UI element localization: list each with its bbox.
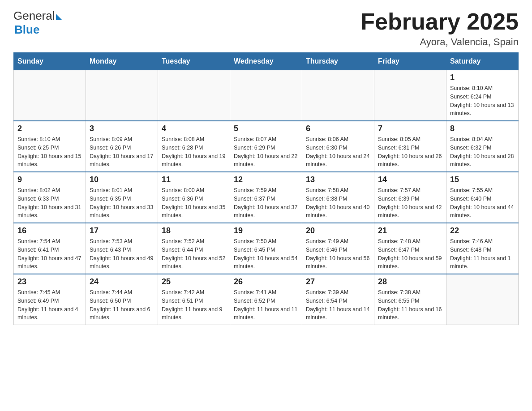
day-of-week-header: Sunday: [14, 53, 86, 70]
day-number: 14: [378, 175, 442, 184]
day-number: 11: [162, 175, 226, 184]
day-number: 4: [162, 124, 226, 133]
day-of-week-header: Saturday: [446, 53, 519, 70]
day-info: Sunrise: 7:44 AMSunset: 6:50 PMDaylight:…: [90, 288, 154, 322]
day-number: 25: [162, 277, 226, 287]
day-of-week-header: Wednesday: [230, 53, 302, 70]
calendar-cell: [302, 70, 374, 121]
calendar-cell: [158, 70, 230, 121]
calendar-cell: 14Sunrise: 7:57 AMSunset: 6:39 PMDayligh…: [374, 172, 446, 223]
day-info: Sunrise: 7:58 AMSunset: 6:38 PMDaylight:…: [306, 186, 370, 220]
day-info: Sunrise: 7:39 AMSunset: 6:54 PMDaylight:…: [306, 288, 370, 322]
day-info: Sunrise: 7:49 AMSunset: 6:46 PMDaylight:…: [306, 237, 370, 271]
calendar-cell: 9Sunrise: 8:02 AMSunset: 6:33 PMDaylight…: [14, 172, 86, 223]
logo-triangle-icon: [56, 14, 62, 20]
day-info: Sunrise: 7:41 AMSunset: 6:52 PMDaylight:…: [234, 288, 298, 322]
calendar-cell: 13Sunrise: 7:58 AMSunset: 6:38 PMDayligh…: [302, 172, 374, 223]
day-number: 5: [234, 124, 298, 133]
day-number: 8: [450, 124, 515, 133]
day-info: Sunrise: 8:04 AMSunset: 6:32 PMDaylight:…: [450, 135, 515, 169]
calendar-cell: [230, 70, 302, 121]
day-number: 22: [450, 226, 515, 235]
logo-blue-text: Blue: [14, 23, 39, 36]
day-number: 10: [90, 175, 154, 184]
day-info: Sunrise: 7:52 AMSunset: 6:44 PMDaylight:…: [162, 237, 226, 271]
calendar-cell: [374, 70, 446, 121]
title-section: February 2025 Ayora, Valencia, Spain: [360, 9, 519, 48]
day-info: Sunrise: 7:42 AMSunset: 6:51 PMDaylight:…: [162, 288, 226, 322]
day-number: 27: [306, 277, 370, 287]
day-number: 13: [306, 175, 370, 184]
calendar-week-row: 9Sunrise: 8:02 AMSunset: 6:33 PMDaylight…: [14, 172, 519, 223]
day-number: 1: [450, 73, 515, 82]
calendar-cell: 21Sunrise: 7:48 AMSunset: 6:47 PMDayligh…: [374, 223, 446, 274]
month-title: February 2025: [360, 9, 519, 34]
calendar-cell: 24Sunrise: 7:44 AMSunset: 6:50 PMDayligh…: [86, 274, 158, 325]
calendar-cell: 15Sunrise: 7:55 AMSunset: 6:40 PMDayligh…: [446, 172, 519, 223]
day-number: 16: [17, 226, 82, 235]
calendar-cell: 10Sunrise: 8:01 AMSunset: 6:35 PMDayligh…: [86, 172, 158, 223]
calendar-cell: 25Sunrise: 7:42 AMSunset: 6:51 PMDayligh…: [158, 274, 230, 325]
day-info: Sunrise: 8:05 AMSunset: 6:31 PMDaylight:…: [378, 135, 442, 169]
calendar-cell: 17Sunrise: 7:53 AMSunset: 6:43 PMDayligh…: [86, 223, 158, 274]
day-info: Sunrise: 8:06 AMSunset: 6:30 PMDaylight:…: [306, 135, 370, 169]
day-info: Sunrise: 7:59 AMSunset: 6:37 PMDaylight:…: [234, 186, 298, 220]
day-number: 12: [234, 175, 298, 184]
day-info: Sunrise: 7:53 AMSunset: 6:43 PMDaylight:…: [90, 237, 154, 271]
calendar-cell: 27Sunrise: 7:39 AMSunset: 6:54 PMDayligh…: [302, 274, 374, 325]
calendar-cell: [14, 70, 86, 121]
calendar-cell: [86, 70, 158, 121]
day-of-week-header: Thursday: [302, 53, 374, 70]
day-info: Sunrise: 7:48 AMSunset: 6:47 PMDaylight:…: [378, 237, 442, 271]
day-info: Sunrise: 7:54 AMSunset: 6:41 PMDaylight:…: [17, 237, 82, 271]
day-of-week-header: Tuesday: [158, 53, 230, 70]
day-number: 15: [450, 175, 515, 184]
calendar-week-row: 16Sunrise: 7:54 AMSunset: 6:41 PMDayligh…: [14, 223, 519, 274]
calendar-week-row: 1Sunrise: 8:10 AMSunset: 6:24 PMDaylight…: [14, 70, 519, 121]
calendar-cell: 23Sunrise: 7:45 AMSunset: 6:49 PMDayligh…: [14, 274, 86, 325]
page-header: General Blue February 2025 Ayora, Valenc…: [13, 9, 519, 48]
calendar-table: SundayMondayTuesdayWednesdayThursdayFrid…: [13, 52, 519, 325]
calendar-cell: 5Sunrise: 8:07 AMSunset: 6:29 PMDaylight…: [230, 121, 302, 172]
day-number: 19: [234, 226, 298, 235]
calendar-header-row: SundayMondayTuesdayWednesdayThursdayFrid…: [14, 53, 519, 70]
day-info: Sunrise: 7:55 AMSunset: 6:40 PMDaylight:…: [450, 186, 515, 220]
calendar-cell: 12Sunrise: 7:59 AMSunset: 6:37 PMDayligh…: [230, 172, 302, 223]
calendar-cell: 1Sunrise: 8:10 AMSunset: 6:24 PMDaylight…: [446, 70, 519, 121]
day-number: 2: [17, 124, 82, 133]
location-label: Ayora, Valencia, Spain: [360, 36, 519, 48]
day-info: Sunrise: 8:07 AMSunset: 6:29 PMDaylight:…: [234, 135, 298, 169]
calendar-week-row: 2Sunrise: 8:10 AMSunset: 6:25 PMDaylight…: [14, 121, 519, 172]
day-number: 21: [378, 226, 442, 235]
day-number: 26: [234, 277, 298, 287]
calendar-cell: [446, 274, 519, 325]
calendar-week-row: 23Sunrise: 7:45 AMSunset: 6:49 PMDayligh…: [14, 274, 519, 325]
calendar-cell: 7Sunrise: 8:05 AMSunset: 6:31 PMDaylight…: [374, 121, 446, 172]
logo-general-text: General: [13, 9, 55, 23]
day-number: 17: [90, 226, 154, 235]
day-of-week-header: Monday: [86, 53, 158, 70]
day-number: 28: [378, 277, 442, 287]
calendar-cell: 2Sunrise: 8:10 AMSunset: 6:25 PMDaylight…: [14, 121, 86, 172]
calendar-cell: 4Sunrise: 8:08 AMSunset: 6:28 PMDaylight…: [158, 121, 230, 172]
day-info: Sunrise: 7:50 AMSunset: 6:45 PMDaylight:…: [234, 237, 298, 271]
day-number: 18: [162, 226, 226, 235]
day-number: 6: [306, 124, 370, 133]
day-info: Sunrise: 8:01 AMSunset: 6:35 PMDaylight:…: [90, 186, 154, 220]
day-info: Sunrise: 7:45 AMSunset: 6:49 PMDaylight:…: [17, 288, 82, 322]
day-info: Sunrise: 8:00 AMSunset: 6:36 PMDaylight:…: [162, 186, 226, 220]
calendar-cell: 26Sunrise: 7:41 AMSunset: 6:52 PMDayligh…: [230, 274, 302, 325]
day-number: 7: [378, 124, 442, 133]
day-info: Sunrise: 8:08 AMSunset: 6:28 PMDaylight:…: [162, 135, 226, 169]
day-info: Sunrise: 8:09 AMSunset: 6:26 PMDaylight:…: [90, 135, 154, 169]
day-info: Sunrise: 8:10 AMSunset: 6:25 PMDaylight:…: [17, 135, 82, 169]
logo: General Blue: [13, 9, 62, 37]
calendar-cell: 8Sunrise: 8:04 AMSunset: 6:32 PMDaylight…: [446, 121, 519, 172]
day-info: Sunrise: 7:38 AMSunset: 6:55 PMDaylight:…: [378, 288, 442, 322]
day-info: Sunrise: 8:10 AMSunset: 6:24 PMDaylight:…: [450, 84, 515, 118]
day-info: Sunrise: 7:46 AMSunset: 6:48 PMDaylight:…: [450, 237, 515, 271]
calendar-cell: 18Sunrise: 7:52 AMSunset: 6:44 PMDayligh…: [158, 223, 230, 274]
calendar-cell: 19Sunrise: 7:50 AMSunset: 6:45 PMDayligh…: [230, 223, 302, 274]
day-of-week-header: Friday: [374, 53, 446, 70]
day-number: 9: [17, 175, 82, 184]
